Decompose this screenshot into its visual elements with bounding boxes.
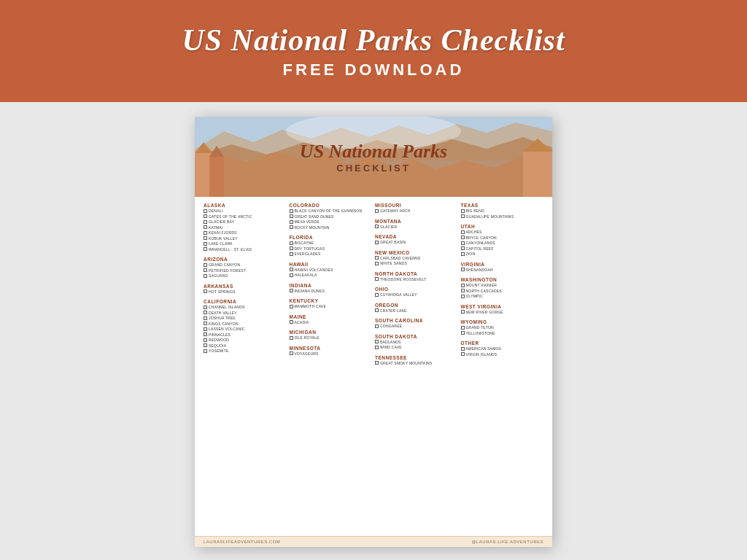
park-item[interactable]: YOSEMITE: [204, 349, 287, 354]
park-checkbox[interactable]: [461, 284, 465, 287]
park-item[interactable]: WIND CAVE: [375, 345, 458, 350]
park-checkbox[interactable]: [375, 241, 379, 244]
park-checkbox[interactable]: [204, 289, 207, 293]
park-checkbox[interactable]: [461, 352, 465, 356]
park-item[interactable]: CAPITOL REEF: [461, 246, 544, 252]
park-checkbox[interactable]: [461, 268, 465, 271]
park-item[interactable]: YELLOWSTONE: [461, 331, 544, 336]
park-item[interactable]: ACADIA: [290, 320, 373, 325]
park-checkbox[interactable]: [290, 289, 293, 292]
park-checkbox[interactable]: [204, 231, 207, 235]
park-checkbox[interactable]: [204, 263, 207, 267]
park-checkbox[interactable]: [461, 295, 465, 298]
park-checkbox[interactable]: [375, 361, 379, 365]
park-checkbox[interactable]: [290, 246, 293, 250]
park-checkbox[interactable]: [290, 225, 293, 229]
park-item[interactable]: SHENANDOAH: [461, 268, 544, 273]
park-item[interactable]: PETRIFIED FOREST: [204, 268, 287, 273]
park-item[interactable]: ISLE ROYALE: [290, 335, 373, 341]
park-item[interactable]: DENALI: [204, 209, 287, 214]
park-item[interactable]: AMERICAN SAMOA: [461, 346, 544, 351]
park-checkbox[interactable]: [290, 268, 293, 271]
park-item[interactable]: BLACK CANYON OF THE GUNNISON: [290, 209, 373, 214]
park-item[interactable]: GREAT BASIN: [375, 240, 458, 245]
park-item[interactable]: KENAI FJORDS: [204, 230, 287, 236]
park-item[interactable]: ZION: [461, 252, 544, 257]
park-item[interactable]: DEATH VALLEY: [204, 311, 287, 316]
park-item[interactable]: GUADALUPE MOUNTAINS: [461, 214, 544, 219]
park-checkbox[interactable]: [290, 241, 293, 245]
park-item[interactable]: GATEWAY ARCH: [375, 209, 458, 214]
park-checkbox[interactable]: [375, 262, 379, 265]
park-item[interactable]: KOBUK VALLEY: [204, 236, 287, 241]
park-item[interactable]: CUYAHOGA VALLEY: [375, 292, 458, 298]
park-item[interactable]: GRAND CANYON: [204, 262, 287, 268]
park-checkbox[interactable]: [204, 338, 207, 342]
park-item[interactable]: BIG BEND: [461, 209, 544, 214]
park-checkbox[interactable]: [290, 214, 293, 218]
park-item[interactable]: WRANGELL - ST. ELIAS: [204, 247, 287, 252]
park-item[interactable]: DRY TORTUGAS: [290, 246, 373, 252]
park-item[interactable]: KINGS CANYON: [204, 322, 287, 327]
park-checkbox[interactable]: [204, 327, 207, 331]
park-checkbox[interactable]: [461, 214, 465, 218]
park-checkbox[interactable]: [204, 306, 207, 309]
park-item[interactable]: NEW RIVER GORGE: [461, 310, 544, 315]
park-item[interactable]: MAMMOTH CAVE: [290, 304, 373, 309]
park-item[interactable]: HALEAKALA: [290, 273, 373, 278]
park-checkbox[interactable]: [461, 236, 465, 239]
park-item[interactable]: SEQUOIA: [204, 343, 287, 349]
park-checkbox[interactable]: [375, 324, 379, 328]
park-checkbox[interactable]: [204, 220, 207, 224]
park-checkbox[interactable]: [204, 209, 207, 213]
park-item[interactable]: REDWOOD: [204, 338, 287, 343]
park-checkbox[interactable]: [204, 349, 207, 353]
park-checkbox[interactable]: [290, 305, 293, 308]
park-item[interactable]: ARCHES: [461, 230, 544, 235]
park-checkbox[interactable]: [461, 241, 465, 245]
park-checkbox[interactable]: [375, 225, 379, 228]
park-item[interactable]: KATMAI: [204, 225, 287, 230]
park-item[interactable]: JOSHUA TREE: [204, 316, 287, 321]
park-checkbox[interactable]: [204, 214, 207, 218]
park-checkbox[interactable]: [375, 277, 379, 281]
park-item[interactable]: GLACIER BAY: [204, 219, 287, 225]
park-checkbox[interactable]: [375, 209, 379, 213]
park-item[interactable]: THEODORE ROOSEVELT: [375, 277, 458, 282]
park-item[interactable]: EVERGLADES: [290, 252, 373, 257]
park-checkbox[interactable]: [290, 252, 293, 256]
park-item[interactable]: GRAND TETON: [461, 325, 544, 330]
park-checkbox[interactable]: [204, 236, 207, 240]
park-item[interactable]: CARLSBAD CAVERNS: [375, 256, 458, 261]
park-item[interactable]: LASSEN VOLCANIC: [204, 327, 287, 332]
park-checkbox[interactable]: [461, 326, 465, 330]
park-checkbox[interactable]: [204, 322, 207, 325]
park-item[interactable]: CONGAREE: [375, 324, 458, 329]
park-item[interactable]: GLACIER: [375, 225, 458, 230]
park-checkbox[interactable]: [204, 225, 207, 229]
park-item[interactable]: BRYCE CANYON: [461, 236, 544, 241]
park-checkbox[interactable]: [461, 246, 465, 250]
park-item[interactable]: HAWAII VOLCANOES: [290, 268, 373, 273]
park-item[interactable]: GREAT SAND DUNES: [290, 214, 373, 219]
park-checkbox[interactable]: [290, 209, 293, 213]
park-item[interactable]: CANYONLANDS: [461, 241, 544, 246]
park-checkbox[interactable]: [204, 332, 207, 336]
park-checkbox[interactable]: [290, 336, 293, 340]
park-checkbox[interactable]: [204, 311, 207, 314]
park-checkbox[interactable]: [461, 230, 465, 234]
park-checkbox[interactable]: [290, 320, 293, 324]
park-checkbox[interactable]: [375, 308, 379, 312]
park-checkbox[interactable]: [375, 340, 379, 343]
park-item[interactable]: PINNACLES: [204, 332, 287, 338]
park-item[interactable]: GATES OF THE ARCTIC: [204, 214, 287, 219]
park-item[interactable]: MOUNT RAINIER: [461, 283, 544, 288]
park-checkbox[interactable]: [204, 316, 207, 320]
park-checkbox[interactable]: [375, 293, 379, 297]
park-checkbox[interactable]: [375, 346, 379, 349]
park-item[interactable]: VIRGIN ISLANDS: [461, 352, 544, 357]
park-item[interactable]: WHITE SANDS: [375, 261, 458, 266]
park-item[interactable]: CHANNEL ISLANDS: [204, 305, 287, 310]
park-item[interactable]: CRATER LAKE: [375, 308, 458, 314]
park-item[interactable]: OLYMPIC: [461, 294, 544, 299]
